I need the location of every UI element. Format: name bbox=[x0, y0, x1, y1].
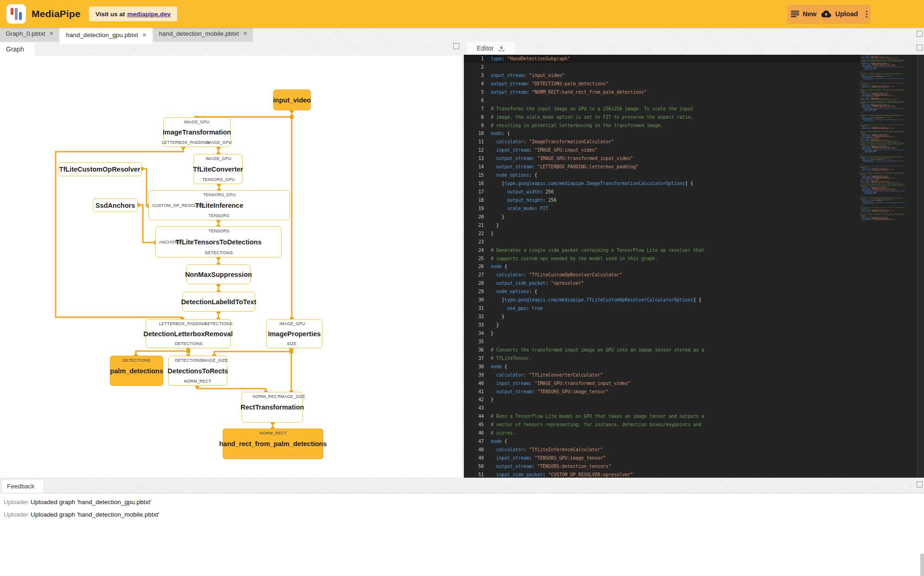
cloud-upload-icon bbox=[821, 10, 831, 18]
line-number: 5 bbox=[464, 88, 484, 96]
graph-node-hand_rect_from_palm_detections[interactable]: NORM_RECThand_rect_from_palm_detections bbox=[223, 429, 323, 459]
code-line[interactable]: 36# Converts the transformed input image… bbox=[464, 346, 863, 354]
code-line[interactable]: 24# Generates a single side packet conta… bbox=[464, 246, 863, 255]
code-line[interactable]: 44# Runs a TensorFlow Lite model on GPU … bbox=[464, 412, 863, 421]
code-line[interactable]: 34} bbox=[464, 329, 863, 338]
code-line[interactable]: 9# resulting in potential letterboxing i… bbox=[464, 122, 863, 130]
code-line[interactable]: 19 scale_mode: FIT bbox=[464, 205, 863, 213]
code-line[interactable]: 42} bbox=[464, 396, 863, 404]
graph-node-palm_detections[interactable]: DETECTIONSpalm_detections bbox=[110, 356, 163, 386]
code-line[interactable]: 15 node_options: { bbox=[464, 171, 863, 179]
code-line[interactable]: 11 calculator: "ImageTransformationCalcu… bbox=[464, 138, 863, 146]
mediapipe-dev-link[interactable]: mediapipe.dev bbox=[127, 11, 171, 18]
graph-node-DetectionLabelIdToText[interactable]: DetectionLabelIdToText bbox=[182, 292, 255, 312]
code-line[interactable]: 32 } bbox=[464, 313, 863, 321]
tab-graph[interactable]: Graph bbox=[0, 43, 35, 56]
graph-node-TfLiteInference[interactable]: TENSORS_GPUTENSORSCUSTOM_OP_RESOLVERTfLi… bbox=[148, 190, 290, 220]
code-line[interactable]: 10node: { bbox=[464, 129, 863, 138]
code-line[interactable]: 17 output_width: 256 bbox=[464, 188, 863, 196]
code-line[interactable]: 47node { bbox=[464, 437, 863, 446]
code-line[interactable]: 13 output_stream: "IMAGE_GPU:transformed… bbox=[464, 154, 863, 163]
code-line[interactable]: 8# image, the scale_mode option is set t… bbox=[464, 113, 863, 122]
line-number: 4 bbox=[464, 80, 484, 88]
code-line[interactable]: 7# Transforms the input image on GPU to … bbox=[464, 105, 863, 113]
code-line[interactable]: 26node { bbox=[464, 262, 863, 271]
code-line[interactable]: 6 bbox=[464, 96, 863, 105]
code-line[interactable]: 39 calculator: "TfLiteConverterCalculato… bbox=[464, 371, 863, 379]
code-line[interactable]: 25# supports custom ops needed by the mo… bbox=[464, 255, 863, 263]
code-line[interactable]: 18 output_height: 256 bbox=[464, 196, 863, 205]
feedback-scrollbar[interactable] bbox=[920, 554, 924, 576]
code-line[interactable]: 38node { bbox=[464, 363, 863, 371]
code-line[interactable]: 27 calculator: "TfLiteCustomOpResolverCa… bbox=[464, 271, 863, 279]
file-tab-hand_detection_gpu.pbtxt[interactable]: hand_detection_gpu.pbtxt× bbox=[60, 26, 152, 44]
code-line[interactable]: 41 output_stream: "TENSORS_GPU:image_ten… bbox=[464, 388, 863, 396]
new-button[interactable]: New bbox=[787, 5, 820, 23]
code-line[interactable]: 33 } bbox=[464, 321, 863, 329]
code-line[interactable]: 31 use_gpu: true bbox=[464, 304, 863, 313]
code-lines[interactable]: 1type: "HandDetectionSubgraph"23input_st… bbox=[464, 55, 863, 478]
code-line[interactable]: 20 } bbox=[464, 213, 863, 221]
port-label: TENSORS bbox=[209, 229, 230, 233]
code-editor[interactable]: 1type: "HandDetectionSubgraph"23input_st… bbox=[464, 55, 924, 478]
code-line[interactable]: 14 output_stream: "LETTERBOX_PADDING:let… bbox=[464, 163, 863, 171]
code-line[interactable]: 16 [type.googleapis.com/mediapipe.ImageT… bbox=[464, 179, 863, 188]
graph-canvas[interactable]: input_videoIMAGE_GPULETTERBOX_PADDINGIMA… bbox=[0, 56, 462, 478]
code-line[interactable]: 4output_stream: "DETECTIONS:palm_detecti… bbox=[464, 80, 863, 88]
graph-node-DetectionsToRects[interactable]: DETECTIONSIMAGE_SIZENORM_RECTDetectionsT… bbox=[168, 356, 227, 386]
editor-scrollbar[interactable] bbox=[917, 55, 924, 478]
graph-node-TfLiteCustomOpResolver[interactable]: TfLiteCustomOpResolver bbox=[58, 162, 141, 176]
code-line[interactable]: 28 output_side_packet: "opresolver" bbox=[464, 279, 863, 288]
expand-editor-panel-icon[interactable] bbox=[917, 45, 923, 51]
kebab-menu-icon[interactable]: ⋮ bbox=[863, 10, 871, 18]
code-line[interactable]: 40 input_stream: "IMAGE_GPU:transformed_… bbox=[464, 379, 863, 388]
graph-node-TfLiteConverter[interactable]: IMAGE_GPUTENSORS_GPUTfLiteConverter bbox=[193, 154, 243, 184]
code-line[interactable]: 5output_stream: "NORM_RECT:hand_rect_fro… bbox=[464, 88, 863, 96]
code-line[interactable]: 37# TfLiteTensor. bbox=[464, 354, 863, 363]
code-line[interactable]: 29 node_options: { bbox=[464, 288, 863, 296]
expand-workspace-icon[interactable] bbox=[917, 31, 923, 37]
code-line[interactable]: 50 output_stream: "TENSORS:detection_ten… bbox=[464, 462, 863, 471]
file-tab-hand_detection_mobile.pbtxt[interactable]: hand_detection_mobile.pbtxt× bbox=[153, 26, 252, 42]
line-number: 20 bbox=[464, 213, 484, 221]
code-line[interactable]: 49 input_stream: "TENSORS_GPU:image_tens… bbox=[464, 454, 863, 462]
close-icon[interactable]: × bbox=[50, 30, 54, 37]
graph-node-input_video[interactable]: input_video bbox=[273, 90, 311, 110]
graph-node-ImageProperties[interactable]: IMAGE_GPUSIZEImageProperties bbox=[266, 319, 322, 348]
code-line[interactable]: 21 } bbox=[464, 221, 863, 230]
file-tab-Graph_0.pbtxt[interactable]: Graph_0.pbtxt× bbox=[0, 26, 59, 42]
code-line[interactable]: 43 bbox=[464, 404, 863, 412]
code-line[interactable]: 51 input_side_packet: "CUSTOM_OP_RESOLVE… bbox=[464, 471, 863, 478]
code-line[interactable]: 46# scores. bbox=[464, 429, 863, 437]
graph-node-NonMaxSuppression[interactable]: NonMaxSuppression bbox=[186, 264, 250, 284]
line-number: 10 bbox=[464, 129, 484, 138]
close-icon[interactable]: × bbox=[243, 30, 247, 37]
code-line[interactable]: 48 calculator: "TfLiteInferenceCalculato… bbox=[464, 446, 863, 454]
code-line[interactable]: 1type: "HandDetectionSubgraph" bbox=[464, 55, 863, 63]
close-icon[interactable]: × bbox=[142, 31, 147, 38]
expand-feedback-panel-icon[interactable] bbox=[917, 481, 923, 487]
code-line[interactable]: 22} bbox=[464, 230, 863, 238]
code-line[interactable]: 2 bbox=[464, 63, 863, 71]
line-number: 36 bbox=[464, 346, 484, 354]
code-line[interactable]: 12 input_stream: "IMAGE_GPU:input_video" bbox=[464, 146, 863, 154]
graph-node-SsdAnchors[interactable]: SsdAnchors bbox=[93, 198, 138, 212]
code-line[interactable]: 23 bbox=[464, 238, 863, 246]
expand-graph-panel-icon[interactable] bbox=[453, 43, 459, 49]
editor-minimap[interactable]: type: "HandDetectionSubgraph"input_strea… bbox=[860, 55, 905, 478]
graph-node-DetectionLetterboxRemoval[interactable]: LETTERBOX_PADDINGDETECTIONSDETECTIONSDet… bbox=[146, 319, 231, 348]
graph-node-ImageTransformation[interactable]: IMAGE_GPULETTERBOX_PADDINGIMAGE_GPUImage… bbox=[163, 117, 231, 147]
graph-node-TfLiteTensorsToDetections[interactable]: TENSORSDETECTIONSANCHORSTfLiteTensorsToD… bbox=[155, 226, 282, 257]
upload-button[interactable]: Upload ⋮ bbox=[821, 5, 871, 23]
download-icon[interactable] bbox=[498, 45, 505, 52]
code-line[interactable]: 45# vector of tensors representing, for … bbox=[464, 421, 863, 429]
tab-editor[interactable]: Editor bbox=[467, 42, 515, 55]
graph-node-RectTransformation[interactable]: NORM_RECTIMAGE_SIZERectTransformation bbox=[242, 392, 303, 422]
code-line[interactable]: 35 bbox=[464, 338, 863, 346]
tab-feedback[interactable]: Feedback bbox=[1, 479, 44, 493]
code-line[interactable]: 3input_stream: "input_video" bbox=[464, 71, 863, 80]
node-title: hand_rect_from_palm_detections bbox=[219, 440, 327, 448]
line-number: 42 bbox=[464, 396, 484, 404]
upload-button-label: Upload bbox=[835, 10, 858, 18]
code-line[interactable]: 30 [type.googleapis.com/mediapipe.TfLite… bbox=[464, 296, 863, 304]
